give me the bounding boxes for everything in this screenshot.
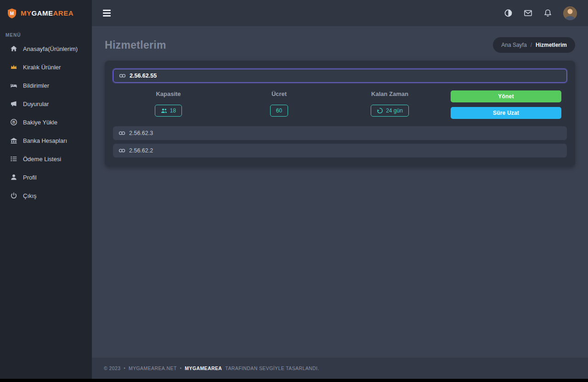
sidebar-item-label: Banka Hesapları — [23, 137, 67, 144]
service-accordion-collapsed[interactable]: 2.56.62.3 — [113, 126, 567, 140]
sidebar-item-label: Profil — [23, 174, 37, 181]
mail-icon[interactable] — [524, 9, 532, 17]
menu-section-label: MENÜ — [0, 26, 92, 39]
footer-copyright: © 2023 — [104, 365, 120, 371]
profile-icon — [10, 174, 17, 181]
link-icon — [119, 73, 126, 79]
menu-toggle-icon[interactable] — [103, 10, 111, 17]
remaining-chip: 24 gün — [371, 105, 409, 117]
breadcrumb: Ana Sayfa / Hizmetlerim — [493, 37, 575, 53]
footer-tagline: TARAFINDAN SEVGİYLE TASARLANDI. — [225, 365, 319, 371]
page-content: Hizmetlerim Ana Sayfa / Hizmetlerim 2.56… — [92, 26, 588, 358]
footer-bullet: • — [180, 366, 182, 371]
sidebar-item-label: Bakiye Yükle — [23, 119, 57, 126]
svg-text:M: M — [10, 11, 14, 16]
sidebar-item-label: Ödeme Listesi — [23, 156, 61, 163]
home-icon — [10, 45, 17, 52]
sidebar-nav: Anasayfa(Ürünlerim) Kiralık Ürünler Bild… — [0, 39, 92, 205]
bell-icon[interactable] — [543, 9, 552, 17]
app-window: M MYGAMEAREA MENÜ Anasayfa(Ürünlerim) Ki… — [0, 0, 588, 379]
sidebar-item-odeme-listesi[interactable]: Ödeme Listesi — [0, 150, 92, 168]
sidebar-item-label: Kiralık Ürünler — [23, 64, 61, 71]
sidebar-item-bakiye-yukle[interactable]: B Bakiye Yükle — [0, 113, 92, 131]
page-header: Hizmetlerim Ana Sayfa / Hizmetlerim — [105, 37, 575, 53]
sidebar-item-label: Anasayfa(Ürünlerim) — [23, 45, 78, 52]
footer-bullet: • — [124, 366, 125, 371]
sidebar-item-profil[interactable]: Profil — [0, 168, 92, 186]
service-ip: 2.56.62.55 — [130, 73, 157, 79]
payment-list-icon — [10, 155, 17, 163]
service-ip: 2.56.62.3 — [129, 130, 153, 136]
price-chip: 60 — [270, 105, 288, 117]
extend-time-button[interactable]: Süre Uzat — [451, 107, 561, 119]
service-accordion-expanded[interactable]: 2.56.62.55 — [113, 69, 567, 83]
sidebar-item-label: Duyurular — [23, 101, 49, 107]
price-value: 60 — [276, 107, 282, 114]
services-card: 2.56.62.55 Kapasite 18 Ücret — [105, 61, 575, 167]
history-icon — [377, 107, 383, 114]
user-avatar[interactable] — [563, 6, 577, 20]
sidebar-item-label: Bildirimler — [23, 82, 49, 89]
svg-text:B: B — [12, 120, 15, 124]
link-icon — [119, 148, 125, 153]
capacity-value: 18 — [170, 107, 176, 114]
service-accordion-collapsed[interactable]: 2.56.62.2 — [113, 144, 567, 157]
link-icon — [119, 130, 125, 136]
price-header: Ücret — [224, 90, 334, 97]
users-icon — [161, 107, 167, 114]
topbar — [92, 0, 588, 26]
brand-part-area: AREA — [53, 9, 74, 17]
notifications-icon — [10, 82, 17, 89]
breadcrumb-separator: / — [531, 42, 532, 48]
page-title: Hizmetlerim — [105, 39, 166, 51]
sidebar-item-label: Çıkış — [23, 192, 37, 199]
megaphone-icon — [10, 100, 17, 107]
capacity-chip: 18 — [155, 105, 182, 117]
theme-contrast-icon[interactable] — [504, 9, 513, 17]
remaining-value: 24 gün — [386, 107, 403, 114]
sidebar-item-banka-hesaplari[interactable]: Banka Hesapları — [0, 131, 92, 150]
footer: © 2023 • MYGAMEAREA.NET • MYGAMEAREA TAR… — [92, 358, 588, 379]
logout-power-icon — [10, 192, 17, 199]
coin-icon: B — [10, 118, 17, 126]
brand-part-my: MY — [21, 9, 32, 17]
capacity-header: Kapasite — [113, 90, 224, 97]
remaining-column: Kalan Zaman 24 gün — [334, 90, 445, 117]
price-column: Ücret 60 — [224, 90, 334, 117]
bank-icon — [10, 137, 17, 144]
footer-site-link[interactable]: MYGAMEAREA.NET — [129, 365, 177, 371]
capacity-column: Kapasite 18 — [113, 90, 224, 117]
brand-name: MYGAMEAREA — [21, 9, 74, 17]
sidebar: M MYGAMEAREA MENÜ Anasayfa(Ürünlerim) Ki… — [0, 0, 92, 379]
sidebar-item-kiralik-urunler[interactable]: Kiralık Ürünler — [0, 58, 92, 76]
remaining-header: Kalan Zaman — [334, 90, 445, 97]
service-actions: Yönet Süre Uzat — [445, 90, 567, 119]
brand-logo[interactable]: M MYGAMEAREA — [0, 0, 92, 26]
shield-logo-icon: M — [6, 8, 17, 19]
sidebar-item-cikis[interactable]: Çıkış — [0, 186, 92, 205]
sidebar-item-anasayfa[interactable]: Anasayfa(Ürünlerim) — [0, 39, 92, 58]
sidebar-item-duyurular[interactable]: Duyurular — [0, 95, 92, 113]
breadcrumb-home-link[interactable]: Ana Sayfa — [501, 42, 526, 48]
sidebar-item-bildirimler[interactable]: Bildirimler — [0, 76, 92, 95]
main-area: Hizmetlerim Ana Sayfa / Hizmetlerim 2.56… — [92, 0, 588, 379]
bottom-strip — [0, 379, 588, 382]
manage-button[interactable]: Yönet — [451, 90, 561, 102]
service-ip: 2.56.62.2 — [129, 147, 153, 154]
footer-brand: MYGAMEAREA — [185, 365, 222, 371]
crown-icon — [10, 63, 17, 71]
topbar-actions — [504, 6, 577, 20]
breadcrumb-current: Hizmetlerim — [536, 42, 567, 48]
brand-part-game: GAME — [32, 9, 53, 17]
service-details: Kapasite 18 Ücret 60 — [113, 90, 567, 119]
